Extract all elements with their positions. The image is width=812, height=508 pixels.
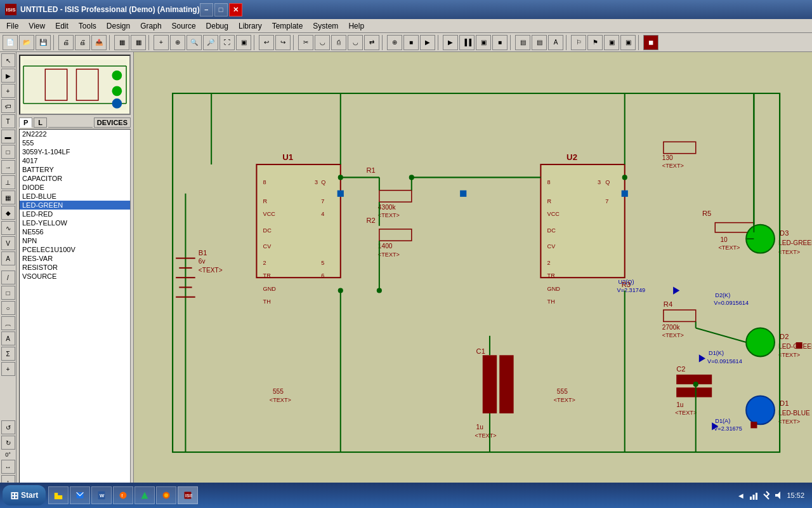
device-led-blue[interactable]: LED-BLUE: [20, 192, 130, 201]
tray-arrow-icon[interactable]: ◀: [736, 490, 746, 500]
text2-tool[interactable]: A: [1, 331, 15, 345]
pcb-button[interactable]: ▣: [604, 35, 619, 50]
menu-design[interactable]: Design: [102, 20, 135, 32]
pin-tool[interactable]: ⊥: [1, 175, 15, 189]
canvas-area[interactable]: B1 6v <TEXT> U1 8 R VCC DC CV 2 TR GND T…: [134, 52, 812, 490]
menu-edit[interactable]: Edit: [50, 20, 74, 32]
voltage-probe-tool[interactable]: V: [1, 236, 15, 250]
subcircuit-tool[interactable]: □: [1, 145, 15, 159]
prop2-button[interactable]: ⚑: [587, 35, 603, 50]
copy-button[interactable]: ◡: [315, 35, 330, 50]
terminal-tool[interactable]: →: [1, 160, 15, 174]
cut-button[interactable]: ✂: [298, 35, 313, 50]
wire-label-tool[interactable]: 🏷: [1, 99, 15, 113]
print-button[interactable]: 🖨: [58, 35, 74, 50]
block-move-button[interactable]: ⇄: [364, 35, 379, 50]
arc-tool[interactable]: ⏠: [1, 316, 15, 330]
block-copy-button[interactable]: ◡: [348, 35, 363, 50]
menu-view[interactable]: View: [23, 20, 50, 32]
netlist-button[interactable]: ▤: [515, 35, 530, 50]
device-2n2222[interactable]: 2N2222: [20, 130, 130, 138]
grid2-button[interactable]: ▦: [131, 35, 146, 50]
taskbar-isis[interactable]: ISIS: [178, 486, 198, 504]
undo-button[interactable]: ↩: [259, 35, 274, 50]
sim4-button[interactable]: ■: [492, 35, 508, 50]
device-ne556[interactable]: NE556: [20, 227, 130, 236]
tab-p[interactable]: P: [19, 117, 32, 128]
wire-button[interactable]: ■: [403, 35, 419, 50]
zoom-fit-button[interactable]: ⛶: [219, 35, 235, 50]
rotate-ccw-tool[interactable]: ↺: [1, 420, 15, 434]
device-pcelec[interactable]: PCELEC1U100V: [20, 245, 130, 254]
device-resistor[interactable]: RESISTOR: [20, 263, 130, 272]
tape-tool[interactable]: ◆: [1, 206, 15, 220]
taskbar-explorer[interactable]: [48, 486, 69, 504]
zoom-out-button[interactable]: 🔎: [203, 35, 218, 50]
paste-button[interactable]: ⎙: [331, 35, 346, 50]
pcb2-button[interactable]: ▣: [620, 35, 636, 50]
taskbar-firefox[interactable]: [156, 486, 176, 504]
menu-source[interactable]: Source: [167, 20, 201, 32]
marker-tool[interactable]: +: [1, 362, 15, 376]
annotate-button[interactable]: A: [548, 35, 563, 50]
tab-l[interactable]: L: [34, 117, 47, 128]
prop-button[interactable]: ⚐: [571, 35, 586, 50]
device-npn[interactable]: NPN: [20, 236, 130, 245]
grid-button[interactable]: ▦: [114, 35, 129, 50]
device-capacitor[interactable]: CAPACITOR: [20, 174, 130, 183]
menu-library[interactable]: Library: [233, 20, 267, 32]
device-res-var[interactable]: RES-VAR: [20, 254, 130, 263]
generator-tool[interactable]: ∿: [1, 221, 15, 235]
device-led-red[interactable]: LED-RED: [20, 210, 130, 218]
probe-button[interactable]: ⊕: [387, 35, 402, 50]
zoom-in-button[interactable]: 🔍: [187, 35, 202, 50]
menu-debug[interactable]: Debug: [201, 20, 233, 32]
bom-button[interactable]: ▤: [532, 35, 547, 50]
tag-button[interactable]: ▶: [420, 35, 435, 50]
taskbar-winamp[interactable]: [134, 486, 155, 504]
current-probe-tool[interactable]: A: [1, 251, 15, 265]
line-tool[interactable]: /: [1, 271, 15, 284]
start-button[interactable]: ⊞ Start: [3, 485, 46, 505]
menu-tools[interactable]: Tools: [74, 20, 102, 32]
flip-h-tool[interactable]: ↔: [1, 460, 15, 474]
maximize-button[interactable]: □: [214, 3, 228, 17]
menu-system[interactable]: System: [308, 20, 343, 32]
circle-tool[interactable]: ○: [1, 301, 15, 315]
zoom-box-button[interactable]: ▣: [236, 35, 251, 50]
sim2-button[interactable]: ▐▐: [459, 35, 475, 50]
menu-template[interactable]: Template: [267, 20, 308, 32]
device-vsource[interactable]: VSOURCE: [20, 272, 130, 281]
menu-file[interactable]: File: [1, 20, 23, 32]
taskbar-outlook[interactable]: [70, 486, 90, 504]
origin-button[interactable]: +: [154, 35, 169, 50]
print2-button[interactable]: 🖨: [75, 35, 90, 50]
device-4017[interactable]: 4017: [20, 156, 130, 165]
taskbar-word[interactable]: W: [91, 486, 112, 504]
device-diode[interactable]: DIODE: [20, 183, 130, 192]
menu-help[interactable]: Help: [343, 20, 369, 32]
taskbar-app4[interactable]: f: [113, 486, 133, 504]
device-battery[interactable]: BATTERY: [20, 165, 130, 174]
box-tool[interactable]: □: [1, 286, 15, 300]
device-led-green[interactable]: LED-GREEN: [20, 201, 130, 210]
symbol-tool[interactable]: Σ: [1, 347, 15, 361]
menu-graph[interactable]: Graph: [135, 20, 166, 32]
sim3-button[interactable]: ▣: [476, 35, 491, 50]
rotate-cw-tool[interactable]: ↻: [1, 436, 15, 450]
bus-tool[interactable]: ▬: [1, 130, 15, 144]
save-button[interactable]: 💾: [36, 35, 51, 50]
device-3059y[interactable]: 3059Y-1-104LF: [20, 147, 130, 156]
junction-tool[interactable]: +: [1, 84, 15, 98]
open-button[interactable]: 📂: [19, 35, 34, 50]
devices-list[interactable]: 2N2222 555 3059Y-1-104LF 4017 BATTERY CA…: [19, 129, 131, 489]
graph-tool[interactable]: ▦: [1, 190, 15, 204]
component-tool[interactable]: ▶: [1, 69, 15, 83]
minimize-button[interactable]: –: [200, 3, 213, 17]
device-555[interactable]: 555: [20, 138, 130, 147]
select-tool[interactable]: ↖: [1, 53, 15, 67]
new-button[interactable]: 📄: [3, 35, 18, 50]
special-button[interactable]: ◼: [643, 35, 658, 50]
device-led-yellow[interactable]: LED-YELLOW: [20, 218, 130, 227]
export-button[interactable]: 📤: [91, 35, 107, 50]
